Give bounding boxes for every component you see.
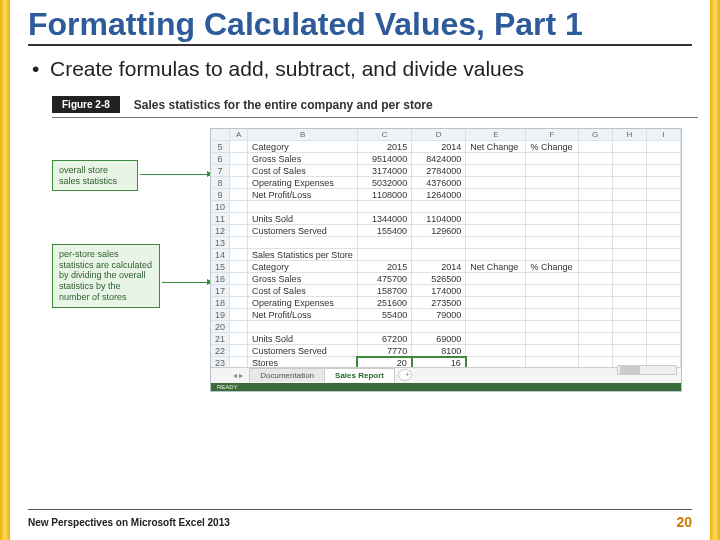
figure-label: Figure 2-8 (52, 96, 120, 113)
add-sheet-button[interactable]: + (398, 369, 412, 381)
page-number: 20 (676, 514, 692, 530)
spreadsheet: A B C D E F G H I 5Category20152014Net C… (210, 128, 682, 392)
table-row: 20 (211, 321, 681, 333)
figure-header: Figure 2-8 Sales statistics for the enti… (52, 95, 698, 115)
table-row: 14Sales Statistics per Store (211, 249, 681, 261)
table-row: 22Customers Served77708100 (211, 345, 681, 357)
status-bar: READY (211, 383, 681, 391)
table-row: 18Operating Expenses251600273500 (211, 297, 681, 309)
spreadsheet-grid: A B C D E F G H I 5Category20152014Net C… (211, 129, 681, 370)
sheet-tab-documentation[interactable]: Documentation (249, 368, 325, 382)
table-row: 13 (211, 237, 681, 249)
figure-rule (52, 117, 698, 118)
table-row: 11Units Sold13440001104000 (211, 213, 681, 225)
callout-perstore: per-store sales statistics are calculate… (52, 244, 160, 308)
table-row: 21Units Sold6720069000 (211, 333, 681, 345)
table-row: 12Customers Served155400129600 (211, 225, 681, 237)
figure-body: overall store sales statistics per-store… (52, 126, 698, 404)
slide-content: Formatting Calculated Values, Part 1 Cre… (0, 0, 720, 404)
table-row: 19Net Profit/Loss5540079000 (211, 309, 681, 321)
table-row: 8Operating Expenses50320004376000 (211, 177, 681, 189)
tab-nav-icon[interactable]: ◂ ▸ (233, 371, 243, 380)
callout-overall: overall store sales statistics (52, 160, 138, 192)
table-row: 7Cost of Sales31740002784000 (211, 165, 681, 177)
figure-container: Figure 2-8 Sales statistics for the enti… (52, 95, 698, 404)
footer-text: New Perspectives on Microsoft Excel 2013 (28, 517, 230, 528)
table-row: 16Gross Sales475700526500 (211, 273, 681, 285)
h-scrollbar[interactable] (617, 365, 677, 375)
table-row: 5Category20152014Net Change% Change (211, 141, 681, 153)
table-row: 10 (211, 201, 681, 213)
table-row: 6Gross Sales95140008424000 (211, 153, 681, 165)
sheet-tabs-bar: ◂ ▸ Documentation Sales Report + (211, 367, 681, 383)
sheet-tab-sales-report[interactable]: Sales Report (324, 368, 395, 382)
callout-perstore-arrow (162, 282, 208, 283)
table-row: 15Category20152014Net Change% Change (211, 261, 681, 273)
figure-caption: Sales statistics for the entire company … (120, 98, 433, 112)
accent-bar-right (710, 0, 720, 540)
accent-bar-left (0, 0, 10, 540)
footer-rule (28, 509, 692, 510)
slide-title: Formatting Calculated Values, Part 1 (28, 8, 692, 46)
callout-overall-arrow (140, 174, 208, 175)
column-header-row: A B C D E F G H I (211, 129, 681, 141)
table-row: 9Net Profit/Loss11080001264000 (211, 189, 681, 201)
table-row: 17Cost of Sales158700174000 (211, 285, 681, 297)
bullet-point: Create formulas to add, subtract, and di… (28, 56, 692, 81)
